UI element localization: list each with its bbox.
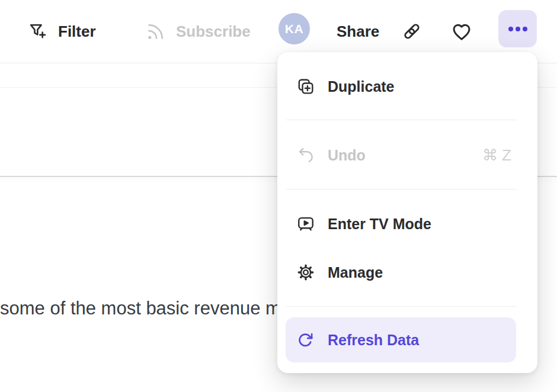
filter-label: Filter (58, 23, 96, 41)
refresh-icon (296, 330, 315, 349)
subscribe-label: Subscribe (176, 23, 251, 41)
tv-play-icon (296, 214, 315, 233)
menu-item-label: Duplicate (328, 78, 395, 95)
user-avatar[interactable]: KA (278, 13, 310, 44)
menu-item-label: Refresh Data (328, 332, 419, 349)
undo-icon (296, 146, 315, 165)
chain-link-icon (401, 20, 423, 43)
menu-item-label: Undo (328, 147, 366, 164)
ellipsis-icon (508, 27, 527, 31)
more-options-button[interactable] (498, 10, 537, 47)
undo-shortcut: ⌘ Z (482, 146, 537, 165)
menu-item-label: Manage (328, 264, 383, 281)
menu-item-undo[interactable]: Undo ⌘ Z (277, 133, 537, 178)
menu-item-manage[interactable]: Manage (277, 250, 537, 295)
menu-divider (286, 189, 517, 189)
funnel-plus-icon (27, 21, 48, 42)
filter-button[interactable]: Filter (27, 0, 96, 63)
share-label: Share (337, 23, 379, 41)
avatar-initials: KA (285, 22, 303, 36)
dropdown-menu: Duplicate Undo ⌘ Z Enter TV M (277, 52, 537, 373)
menu-divider (286, 306, 517, 307)
menu-item-enter-tv-mode[interactable]: Enter TV Mode (277, 201, 537, 246)
rss-icon (145, 21, 166, 42)
duplicate-icon (296, 77, 315, 96)
menu-item-duplicate[interactable]: Duplicate (277, 64, 537, 109)
subscribe-button[interactable]: Subscribe (145, 0, 251, 63)
gear-icon (296, 263, 315, 282)
heart-icon (449, 19, 474, 44)
dashboard-page: some of the most basic revenue m Filter … (0, 0, 557, 392)
menu-item-refresh-data[interactable]: Refresh Data (286, 317, 516, 362)
menu-divider (286, 120, 517, 120)
menu-item-label: Enter TV Mode (328, 216, 431, 233)
